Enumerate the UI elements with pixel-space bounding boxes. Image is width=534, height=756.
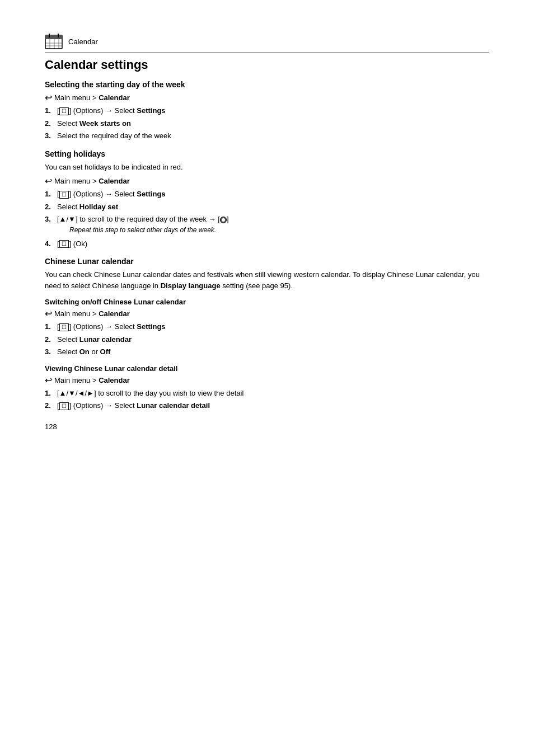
viewing-main-menu-text: Main menu > Calendar — [54, 376, 130, 384]
week-step-3-content: Select the required day of the week — [57, 130, 489, 142]
page: Calendar Calendar settings Selecting the… — [0, 0, 534, 756]
holidays-main-menu-text: Main menu > Calendar — [54, 177, 130, 185]
switching-step-1-num: 1. — [45, 321, 57, 332]
main-menu-arrow-icon: ↩ — [45, 92, 52, 103]
options-icon-4: ☐ — [59, 323, 69, 331]
options-icon-2: ☐ — [59, 191, 69, 199]
viewing-subtitle: Viewing Chinese Lunar calendar detail — [45, 364, 489, 373]
holidays-main-menu: ↩ Main menu > Calendar — [45, 176, 489, 186]
switching-steps-list: 1. [☐] (Options) → Select Settings 2. Se… — [45, 321, 489, 358]
switching-main-menu-text: Main menu > Calendar — [54, 309, 130, 318]
holidays-step-3: 3. [▲/▼] to scroll to the required day o… — [45, 214, 489, 237]
holidays-step-2-num: 2. — [45, 201, 57, 213]
switching-main-menu-arrow-icon: ↩ — [45, 308, 52, 319]
viewing-step-1: 1. [▲/▼/◄/►] to scroll to the day you wi… — [45, 388, 489, 399]
holidays-step-2-content: Select Holiday set — [57, 201, 489, 213]
week-steps-list: 1. [☐] (Options) → Select Settings 2. Se… — [45, 105, 489, 142]
holidays-step-1-content: [☐] (Options) → Select Settings — [57, 189, 489, 200]
switching-step-3: 3. Select On or Off — [45, 346, 489, 358]
week-main-menu-text: Main menu > Calendar — [54, 93, 130, 102]
switching-step-3-num: 3. — [45, 346, 57, 358]
switching-step-2: 2. Select Lunar calendar — [45, 334, 489, 345]
week-step-3-num: 3. — [45, 130, 57, 142]
week-step-1-content: [☐] (Options) → Select Settings — [57, 105, 489, 116]
switching-subtitle: Switching on/off Chinese Lunar calendar — [45, 298, 489, 306]
viewing-steps-list: 1. [▲/▼/◄/►] to scroll to the day you wi… — [45, 388, 489, 411]
viewing-step-2-num: 2. — [45, 400, 57, 411]
holidays-step-4: 4. [☐] (Ok) — [45, 238, 489, 250]
viewing-step-2-content: [☐] (Options) → Select Lunar calendar de… — [57, 400, 489, 411]
switching-step-2-num: 2. — [45, 334, 57, 345]
options-icon-5: ☐ — [59, 402, 69, 410]
holidays-step-4-num: 4. — [45, 238, 57, 250]
section-chinese-title: Chinese Lunar calendar — [45, 257, 489, 266]
section-holidays-title: Setting holidays — [45, 149, 489, 158]
options-icon-1: ☐ — [59, 107, 69, 115]
week-step-3: 3. Select the required day of the week — [45, 130, 489, 142]
header-section: Calendar — [45, 34, 489, 53]
switching-step-2-content: Select Lunar calendar — [57, 334, 489, 345]
switching-step-3-content: Select On or Off — [57, 346, 489, 358]
holidays-step-3-content: [▲/▼] to scroll to the required day of t… — [57, 214, 489, 237]
section-week-title: Selecting the starting day of the week — [45, 80, 489, 89]
options-icon-3: ☐ — [59, 240, 69, 248]
viewing-main-menu-arrow-icon: ↩ — [45, 375, 52, 386]
header-label: Calendar — [68, 37, 98, 46]
week-step-2: 2. Select Week starts on — [45, 118, 489, 129]
holidays-step-2: 2. Select Holiday set — [45, 201, 489, 213]
page-number: 128 — [45, 422, 489, 431]
switching-step-1: 1. [☐] (Options) → Select Settings — [45, 321, 489, 332]
week-main-menu: ↩ Main menu > Calendar — [45, 92, 489, 103]
chinese-description: You can check Chinese Lunar calendar dat… — [45, 269, 489, 291]
page-title: Calendar settings — [45, 58, 489, 72]
holidays-description: You can set holidays to be indicated in … — [45, 162, 489, 173]
week-step-1-num: 1. — [45, 105, 57, 116]
week-step-2-num: 2. — [45, 118, 57, 129]
week-step-1: 1. [☐] (Options) → Select Settings — [45, 105, 489, 116]
holidays-step-4-content: [☐] (Ok) — [57, 238, 489, 250]
viewing-step-1-content: [▲/▼/◄/►] to scroll to the day you wish … — [57, 388, 489, 399]
viewing-step-2: 2. [☐] (Options) → Select Lunar calendar… — [45, 400, 489, 411]
holidays-step-1: 1. [☐] (Options) → Select Settings — [45, 189, 489, 200]
holidays-steps-list: 1. [☐] (Options) → Select Settings 2. Se… — [45, 189, 489, 249]
holidays-main-menu-arrow-icon: ↩ — [45, 176, 52, 186]
calendar-icon — [45, 34, 63, 49]
holidays-step-3-note: Repeat this step to select other days of… — [69, 225, 489, 235]
viewing-step-1-num: 1. — [45, 388, 57, 399]
holidays-step-1-num: 1. — [45, 189, 57, 200]
viewing-main-menu: ↩ Main menu > Calendar — [45, 375, 489, 386]
svg-rect-1 — [45, 35, 62, 39]
week-step-2-content: Select Week starts on — [57, 118, 489, 129]
switching-step-1-content: [☐] (Options) → Select Settings — [57, 321, 489, 332]
switching-main-menu: ↩ Main menu > Calendar — [45, 308, 489, 319]
holidays-step-3-num: 3. — [45, 214, 57, 225]
